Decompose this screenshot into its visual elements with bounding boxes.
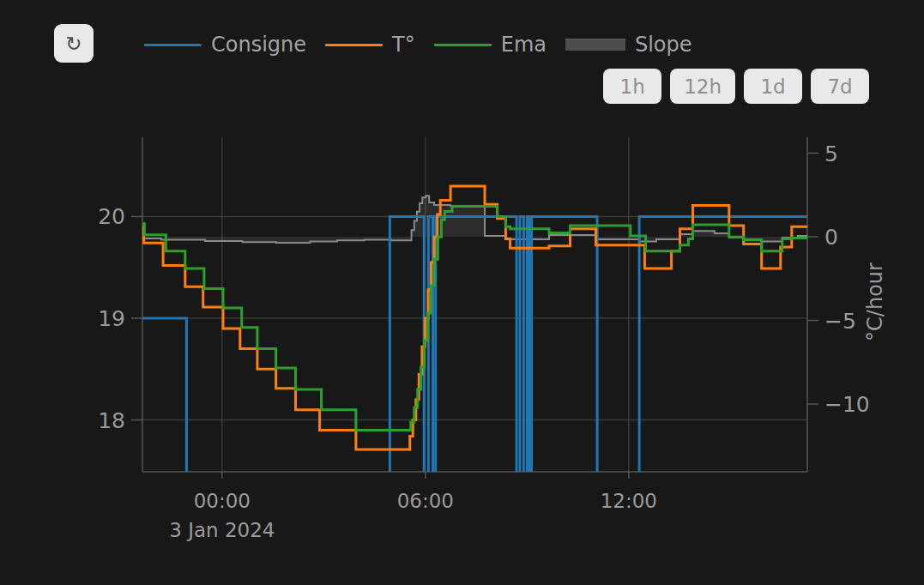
legend-item-temperature[interactable]: T° bbox=[325, 34, 415, 55]
ema-line-swatch bbox=[434, 44, 492, 46]
right-tick-label: −5 bbox=[824, 309, 856, 334]
legend-label-temperature: T° bbox=[392, 34, 415, 55]
left-tick-label: 19 bbox=[98, 306, 125, 331]
x-axis-date-label: 3 Jan 2024 bbox=[169, 519, 275, 541]
consigne-line bbox=[142, 217, 807, 522]
legend-label-ema: Ema bbox=[501, 34, 547, 55]
slope-band-swatch bbox=[565, 39, 625, 51]
right-tick-label: 0 bbox=[824, 225, 838, 250]
right-tick-label: 5 bbox=[824, 142, 838, 166]
chart-legend: Consigne T° Ema Slope bbox=[144, 32, 692, 57]
range-button-12h[interactable]: 12h bbox=[670, 69, 735, 104]
axes: 20191850−5−1000:0006:0012:003 Jan 2024°C… bbox=[98, 137, 887, 541]
legend-item-ema[interactable]: Ema bbox=[434, 34, 547, 55]
left-tick-label: 18 bbox=[98, 408, 125, 433]
legend-item-slope[interactable]: Slope bbox=[565, 34, 692, 55]
left-tick-label: 20 bbox=[98, 204, 125, 229]
range-button-1h[interactable]: 1h bbox=[603, 69, 661, 104]
range-button-group: 1h 12h 1d 7d bbox=[603, 69, 869, 104]
range-button-1d[interactable]: 1d bbox=[744, 69, 802, 104]
temperature-line-swatch bbox=[325, 44, 383, 46]
gridlines bbox=[142, 137, 807, 472]
x-tick-label: 12:00 bbox=[601, 490, 657, 512]
right-axis-title: °C/hour bbox=[863, 262, 887, 341]
x-tick-label: 00:00 bbox=[194, 490, 251, 512]
legend-label-consigne: Consigne bbox=[211, 34, 306, 55]
slope-area-fill bbox=[142, 196, 807, 243]
x-tick-label: 06:00 bbox=[397, 490, 454, 512]
legend-item-consigne[interactable]: Consigne bbox=[144, 34, 306, 55]
legend-label-slope: Slope bbox=[635, 34, 692, 55]
right-tick-label: −10 bbox=[824, 392, 870, 417]
range-button-7d[interactable]: 7d bbox=[811, 69, 869, 104]
consigne-line-swatch bbox=[144, 44, 202, 46]
